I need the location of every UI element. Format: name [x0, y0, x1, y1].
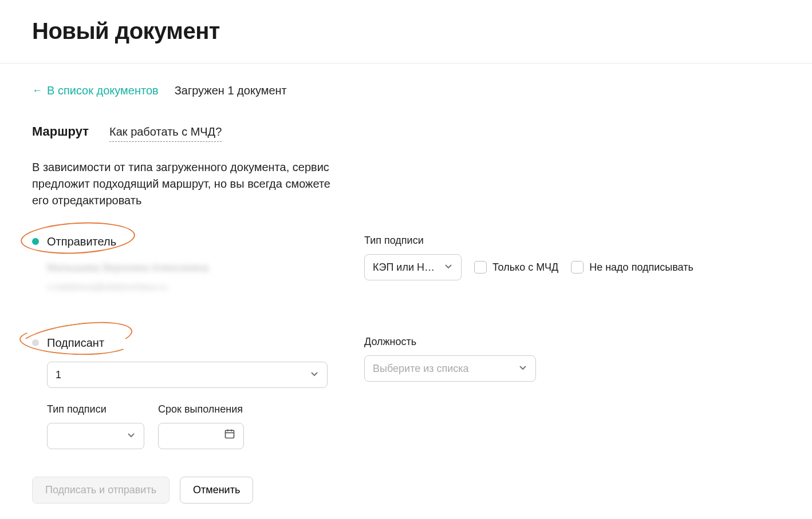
- svg-rect-0: [226, 430, 234, 438]
- chevron-down-icon: [310, 367, 319, 383]
- position-select[interactable]: Выберите из списка: [364, 355, 536, 382]
- signer-select[interactable]: 1: [47, 362, 328, 388]
- signature-type-select[interactable]: КЭП или Н…: [364, 254, 462, 280]
- topline: ← В список документов Загружен 1 докумен…: [32, 82, 780, 99]
- position-label: Должность: [364, 334, 780, 350]
- signer-section: Подписант 1 Тип подписи: [32, 334, 780, 449]
- no-sign-checkbox[interactable]: Не надо подписывать: [571, 260, 693, 275]
- chevron-down-icon: [127, 429, 136, 444]
- calendar-icon: [224, 428, 235, 444]
- route-help-link[interactable]: Как работать с МЧД?: [109, 123, 222, 142]
- page-title: Новый документ: [32, 14, 780, 48]
- footer-actions: Подписать и отправить Отменить: [32, 477, 780, 504]
- route-title: Маршрут: [32, 122, 89, 141]
- route-row: Маршрут Как работать с МЧД?: [32, 122, 780, 142]
- signature-type-label: Тип подписи: [364, 233, 780, 248]
- signer-label: Подписант: [47, 334, 104, 351]
- step-dot-active-icon: [32, 238, 39, 245]
- signer-select-value: 1: [56, 367, 61, 383]
- sender-email-blurred: v.malisheva@elektronhaus.ru: [47, 280, 330, 294]
- checkbox-icon: [571, 261, 584, 274]
- page-content: ← В список документов Загружен 1 докумен…: [0, 64, 812, 519]
- sender-step-header: Отправитель: [32, 233, 330, 250]
- sender-label: Отправитель: [47, 233, 116, 250]
- signer-sig-type-select[interactable]: [47, 423, 144, 449]
- signature-type-value: КЭП или Н…: [373, 260, 435, 275]
- only-mchd-label: Только с МЧД: [492, 260, 558, 275]
- sender-name-blurred: Малышева Вероника Алексеевна: [47, 260, 330, 276]
- route-description: В зависимости от типа загруженного докум…: [32, 159, 341, 209]
- page-header: Новый документ: [0, 0, 812, 64]
- chevron-down-icon: [444, 260, 453, 275]
- deadline-input[interactable]: [158, 423, 244, 449]
- checkbox-icon: [474, 261, 487, 274]
- sender-section: Отправитель Малышева Вероника Алексеевна…: [32, 233, 780, 294]
- cancel-button[interactable]: Отменить: [180, 477, 253, 504]
- position-placeholder: Выберите из списка: [373, 361, 469, 377]
- no-sign-label: Не надо подписывать: [589, 260, 693, 275]
- back-link-label: В список документов: [47, 82, 159, 99]
- arrow-left-icon: ←: [32, 83, 42, 98]
- submit-button[interactable]: Подписать и отправить: [32, 477, 170, 504]
- loaded-count-label: Загружен 1 документ: [175, 82, 287, 99]
- chevron-down-icon: [518, 361, 527, 377]
- signer-sig-type-label: Тип подписи: [47, 402, 144, 417]
- deadline-label: Срок выполнения: [158, 402, 244, 417]
- only-mchd-checkbox[interactable]: Только с МЧД: [474, 260, 558, 275]
- back-link[interactable]: ← В список документов: [32, 82, 159, 99]
- step-dot-inactive-icon: [32, 339, 39, 346]
- signer-step-header: Подписант: [32, 334, 330, 351]
